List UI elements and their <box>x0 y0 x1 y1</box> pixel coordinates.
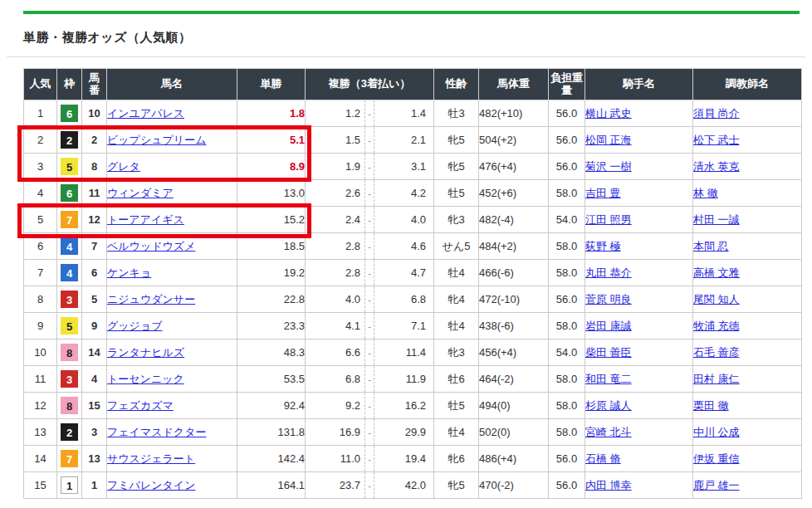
trainer-link[interactable]: 石毛 善彦 <box>693 346 740 359</box>
place-odds-low: 9.2 <box>306 399 364 412</box>
trainer-link[interactable]: 本間 忍 <box>693 240 729 252</box>
place-odds-cell: 1.2-1.4 <box>306 100 434 127</box>
place-odds-separator: - <box>364 207 374 232</box>
horse-name-link[interactable]: ウィンダミア <box>107 187 174 199</box>
jockey-link[interactable]: 菅原 明良 <box>585 293 632 305</box>
horse-name-link[interactable]: ケンキョ <box>107 266 151 279</box>
horse-name-link[interactable]: ビップシュプリーム <box>107 134 206 146</box>
place-odds-range: 6.8-11.9 <box>306 366 433 392</box>
table-row: 5712トーアアイギス15.22.4-4.0牝3482(-4)54.0江田 照男… <box>24 207 802 233</box>
horse-name-link[interactable]: フェズカズマ <box>107 399 174 412</box>
jockey-cell: 松岡 正海 <box>585 127 693 154</box>
trainer-link[interactable]: 伊坂 重信 <box>693 452 740 465</box>
place-odds-cell: 4.1-7.1 <box>306 313 434 339</box>
sex-age-cell: 牝6 <box>434 446 479 472</box>
place-odds-low: 2.4 <box>306 213 364 226</box>
jockey-link[interactable]: 荻野 極 <box>585 240 621 252</box>
trainer-link[interactable]: 牧浦 充徳 <box>693 320 740 332</box>
sex-age-cell: 牝4 <box>434 286 479 313</box>
horse-name-link[interactable]: トーアアイギス <box>107 213 184 226</box>
place-odds-low: 6.6 <box>306 346 364 359</box>
jockey-link[interactable]: 丸田 恭介 <box>585 266 632 279</box>
jockey-link[interactable]: 内田 博幸 <box>585 479 632 491</box>
jockey-cell: 岩田 康誠 <box>585 313 693 339</box>
horse-number-cell: 4 <box>82 366 107 393</box>
horse-weight-cell: 482(-4) <box>479 207 549 233</box>
horse-name-link[interactable]: サウスジェラート <box>107 452 195 465</box>
horse-name-link[interactable]: ベルウッドウズメ <box>107 240 195 252</box>
trainer-link[interactable]: 中川 公成 <box>693 426 740 438</box>
horse-name-link[interactable]: フェイマスドクター <box>107 426 206 438</box>
trainer-cell: 松下 武士 <box>693 127 802 154</box>
waku-cell: 4 <box>57 233 82 260</box>
trainer-link[interactable]: 清水 英克 <box>693 160 740 173</box>
jockey-link[interactable]: 江田 照男 <box>585 213 632 226</box>
col-header-name: 馬名 <box>107 69 237 100</box>
horse-number-cell: 14 <box>82 339 107 366</box>
sex-age-cell: 牡4 <box>434 260 479 286</box>
rank-cell: 10 <box>24 339 57 366</box>
jockey-link[interactable]: 和田 竜二 <box>585 373 632 385</box>
place-odds-range: 2.8-4.6 <box>306 233 433 259</box>
horse-name-link[interactable]: ニジュウダンサー <box>107 293 195 305</box>
trainer-link[interactable]: 村田 一誠 <box>693 213 740 226</box>
place-odds-separator: - <box>364 472 374 498</box>
place-odds-high: 19.4 <box>374 452 433 465</box>
horse-name-link[interactable]: インユアパレス <box>107 107 184 120</box>
place-odds-separator: - <box>364 127 374 153</box>
horse-name-link[interactable]: グレタ <box>107 160 140 173</box>
jockey-link[interactable]: 宮崎 北斗 <box>585 426 632 438</box>
horse-name-link[interactable]: グッジョブ <box>107 320 163 332</box>
horse-name-cell: グッジョブ <box>107 313 237 339</box>
rank-cell: 3 <box>24 154 57 180</box>
waku-cell: 5 <box>57 154 82 180</box>
place-odds-separator: - <box>364 446 374 471</box>
col-header-rank: 人気 <box>24 69 57 100</box>
horse-name-cell: サウスジェラート <box>107 446 237 472</box>
win-odds-cell: 164.1 <box>237 472 306 499</box>
place-odds-high: 7.1 <box>374 320 433 332</box>
jockey-link[interactable]: 杉原 誠人 <box>585 399 632 412</box>
horse-name-link[interactable]: トーセンニック <box>107 373 184 385</box>
trainer-link[interactable]: 林 徹 <box>693 187 718 199</box>
jockey-link[interactable]: 岩田 康誠 <box>585 320 632 332</box>
col-header-place: 複勝（3着払い） <box>306 69 434 100</box>
jockey-link[interactable]: 石橋 脩 <box>585 452 621 465</box>
jockey-cell: 吉田 豊 <box>585 180 693 207</box>
jockey-link[interactable]: 松岡 正海 <box>585 134 632 146</box>
horse-weight-cell: 486(+4) <box>479 446 549 472</box>
trainer-link[interactable]: 田村 康仁 <box>693 373 740 385</box>
table-row: 746ケンキョ19.22.8-4.7牡4466(-6)58.0丸田 恭介高橋 文… <box>24 260 802 286</box>
place-odds-separator: - <box>364 419 374 445</box>
trainer-link[interactable]: 松下 武士 <box>693 134 740 146</box>
carried-weight-cell: 56.0 <box>549 127 585 154</box>
rank-cell: 11 <box>24 366 57 393</box>
jockey-link[interactable]: 柴田 善臣 <box>585 346 632 359</box>
jockey-link[interactable]: 横山 武史 <box>585 107 632 120</box>
trainer-link[interactable]: 須貝 尚介 <box>693 107 740 120</box>
trainer-link[interactable]: 鹿戸 雄一 <box>693 479 740 491</box>
place-odds-high: 16.2 <box>374 399 433 412</box>
trainer-link[interactable]: 高橋 文雅 <box>693 266 740 279</box>
trainer-link[interactable]: 尾関 知人 <box>693 293 740 305</box>
jockey-link[interactable]: 吉田 豊 <box>585 187 621 199</box>
trainer-cell: 高橋 文雅 <box>693 260 802 286</box>
horse-name-link[interactable]: ランタナヒルズ <box>107 346 184 359</box>
trainer-link[interactable]: 栗田 徹 <box>693 399 729 412</box>
place-odds-cell: 2.4-4.0 <box>306 207 434 233</box>
carried-weight-cell: 56.0 <box>549 286 585 313</box>
jockey-link[interactable]: 菊沢 一樹 <box>585 160 632 173</box>
waku-cell: 3 <box>57 286 82 313</box>
place-odds-low: 6.8 <box>306 373 364 385</box>
carried-weight-cell: 56.0 <box>549 154 585 180</box>
carried-weight-cell: 54.0 <box>549 207 585 233</box>
waku-cell: 2 <box>57 127 82 154</box>
horse-number-cell: 3 <box>82 419 107 446</box>
trainer-cell: 栗田 徹 <box>693 393 802 419</box>
horse-name-cell: ウィンダミア <box>107 180 237 207</box>
horse-name-link[interactable]: フミバレンタイン <box>107 479 195 491</box>
place-odds-separator: - <box>364 260 374 286</box>
horse-name-cell: トーアアイギス <box>107 207 237 233</box>
place-odds-low: 4.0 <box>306 293 364 305</box>
waku-badge: 5 <box>61 158 78 175</box>
